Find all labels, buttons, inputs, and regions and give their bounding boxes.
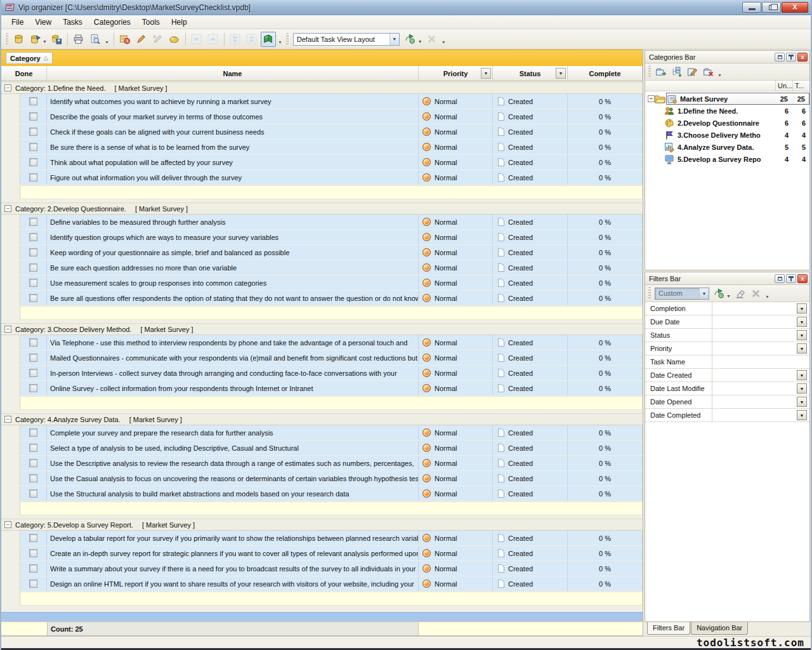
category-tree-item[interactable]: 5.Develop a Survey Repo44	[645, 153, 809, 165]
task-row[interactable]: Via Telephone - use this method to inter…	[1, 335, 643, 350]
task-checkbox[interactable]	[29, 263, 37, 272]
dropdown-arrow-icon[interactable]: ▼	[43, 39, 47, 44]
task-checkbox[interactable]	[29, 218, 37, 226]
category-tree-item[interactable]: 2.Develop Questionnaire66	[645, 117, 809, 129]
column-uncompleted[interactable]: Un...	[775, 81, 792, 91]
task-row[interactable]: Develop a tabular report for your survey…	[1, 531, 643, 545]
chevron-down-icon[interactable]: ▼	[699, 288, 709, 299]
task-checkbox[interactable]	[29, 279, 37, 287]
new-task-button[interactable]	[117, 32, 133, 47]
tab-filters-bar[interactable]: Filters Bar	[647, 622, 690, 635]
filter-dropdown-button[interactable]: ▼	[797, 410, 807, 420]
move-up-button[interactable]	[206, 32, 221, 47]
task-checkbox[interactable]	[29, 444, 37, 452]
task-row[interactable]: Keep wording of your questionnaire as si…	[1, 245, 643, 260]
filters-pin-button[interactable]	[786, 274, 796, 283]
collapse-group-icon[interactable]: −	[4, 326, 11, 333]
clear-filter-button[interactable]	[733, 286, 747, 300]
column-header-name[interactable]: Name	[47, 66, 419, 81]
task-checkbox[interactable]	[29, 459, 37, 467]
task-checkbox[interactable]	[29, 97, 37, 105]
category-group-row[interactable]: −Category: 1.Define the Need.[ Market Su…	[1, 82, 643, 94]
save-database-button[interactable]	[49, 32, 64, 47]
category-tree-item[interactable]: 4.Analyze Survey Data.55	[645, 141, 809, 153]
tab-navigation-bar[interactable]: Navigation Bar	[691, 622, 748, 635]
expand-all-button[interactable]	[228, 32, 243, 47]
print-preview-button[interactable]	[88, 32, 103, 47]
task-row[interactable]: Use measurement scales to group response…	[1, 275, 643, 290]
menu-view[interactable]: View	[30, 16, 56, 29]
task-row[interactable]: Create an in-depth survey report for str…	[1, 546, 643, 560]
move-down-button[interactable]	[189, 32, 204, 47]
task-row[interactable]: Check if these goals can be aligned with…	[1, 124, 643, 139]
filter-dropdown-button[interactable]: ▼	[797, 317, 807, 327]
task-checkbox[interactable]	[29, 112, 37, 121]
categories-pin-button[interactable]	[786, 53, 796, 62]
collapse-group-icon[interactable]: −	[4, 84, 11, 91]
edit-task-button[interactable]	[134, 32, 149, 47]
task-checkbox[interactable]	[29, 474, 37, 482]
task-row[interactable]: Figure out what information you will del…	[1, 170, 643, 185]
collapse-group-icon[interactable]: −	[4, 416, 11, 423]
task-checkbox[interactable]	[29, 233, 37, 241]
chevron-down-icon[interactable]: ▼	[390, 34, 399, 45]
priority-filter-dropdown[interactable]: ▼	[481, 68, 491, 79]
highlight-task-button[interactable]	[167, 32, 182, 47]
status-filter-dropdown[interactable]: ▼	[556, 68, 566, 79]
task-checkbox[interactable]	[29, 369, 37, 377]
add-category-button[interactable]	[653, 65, 668, 79]
toolbar-overflow-icon[interactable]: ▼	[717, 73, 722, 77]
minimize-button[interactable]	[742, 2, 761, 13]
category-group-row[interactable]: −Category: 5.Develop a Survey Report.[ M…	[1, 519, 643, 531]
task-row[interactable]: Design an online HTML report if you want…	[1, 576, 643, 591]
save-layout-button[interactable]	[403, 32, 418, 47]
collapse-tree-icon[interactable]: −	[648, 95, 655, 102]
task-row[interactable]: Use the Structural analysis to build mar…	[1, 486, 643, 501]
task-row[interactable]: Identify what outcomes you want to achie…	[1, 94, 643, 109]
category-tree-item[interactable]: 1.Define the Need.66	[645, 105, 809, 117]
restore-button[interactable]	[762, 2, 781, 13]
task-row[interactable]: Be sure each question addresses no more …	[1, 260, 643, 275]
task-checkbox[interactable]	[29, 580, 37, 588]
dropdown-arrow-icon[interactable]: ▼	[726, 294, 731, 298]
column-header-done[interactable]: Done	[1, 66, 47, 81]
task-row[interactable]: Describe the goals of your market survey…	[1, 109, 643, 124]
collapse-all-button[interactable]	[244, 32, 259, 47]
task-row[interactable]: Online Survey - collect information from…	[1, 381, 643, 395]
task-checkbox[interactable]	[29, 564, 37, 573]
menu-help[interactable]: Help	[166, 16, 192, 29]
print-button[interactable]	[71, 32, 86, 47]
task-checkbox[interactable]	[29, 384, 37, 392]
toolbar-overflow-icon[interactable]: ▼	[442, 40, 446, 44]
filter-dropdown-button[interactable]: ▼	[797, 370, 807, 380]
complete-task-button[interactable]	[150, 32, 166, 47]
filters-restore-button[interactable]	[775, 274, 785, 283]
column-header-priority[interactable]: Priority ▼	[419, 66, 493, 81]
filters-close-button[interactable]: x	[797, 274, 808, 283]
categories-close-button[interactable]: x	[797, 53, 808, 62]
open-database-button[interactable]	[27, 32, 43, 47]
task-checkbox[interactable]	[29, 354, 37, 362]
toolbar-overflow-icon[interactable]: ▼	[765, 295, 769, 299]
task-row[interactable]: In-person Interviews - collect survey da…	[1, 366, 643, 380]
filter-dropdown-button[interactable]: ▼	[797, 383, 807, 394]
edit-category-button[interactable]	[685, 65, 700, 79]
new-database-button[interactable]	[11, 32, 26, 47]
column-total[interactable]: T...	[792, 81, 809, 91]
filter-dropdown-button[interactable]: ▼	[797, 303, 807, 314]
task-checkbox[interactable]	[29, 428, 37, 437]
delete-layout-button[interactable]	[424, 32, 440, 47]
task-row[interactable]: Use the Descriptive analysis to review t…	[1, 456, 643, 470]
task-row[interactable]: Be sure there is a sense of what is to b…	[1, 140, 643, 154]
task-checkbox[interactable]	[29, 549, 37, 557]
task-checkbox[interactable]	[29, 173, 37, 182]
column-header-status[interactable]: Status ▼	[493, 66, 568, 81]
task-row[interactable]: Think about what population will be affe…	[1, 155, 643, 169]
column-header-complete[interactable]: Complete	[568, 66, 643, 81]
task-checkbox[interactable]	[29, 158, 37, 166]
task-row[interactable]: Write a summary about your survey if the…	[1, 561, 643, 576]
task-row[interactable]: Select a type of analysis to be used, in…	[1, 441, 643, 455]
task-checkbox[interactable]	[29, 338, 37, 347]
toolbar-overflow-icon[interactable]: ▼	[105, 40, 109, 44]
menu-tasks[interactable]: Tasks	[58, 16, 88, 29]
